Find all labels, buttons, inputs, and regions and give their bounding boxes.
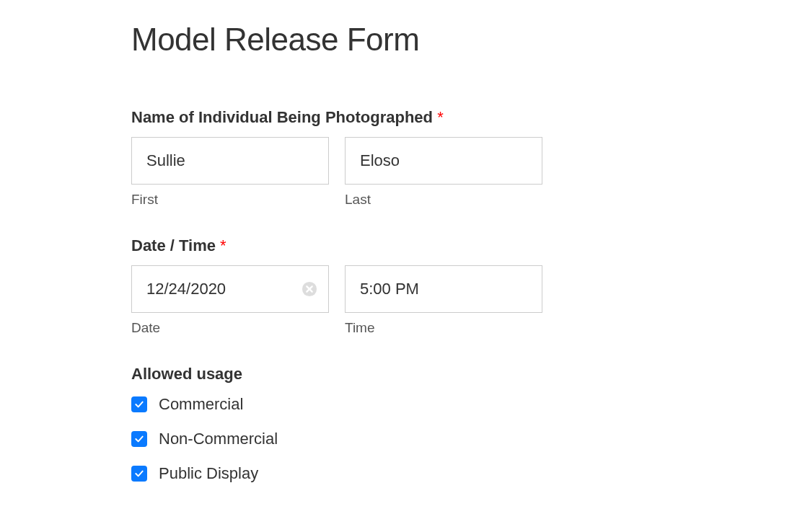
date-input[interactable] (131, 265, 329, 313)
checkbox-row-public-display: Public Display (131, 464, 805, 483)
required-asterisk: * (437, 108, 444, 126)
checkbox-non-commercial[interactable] (131, 431, 147, 447)
name-field-group: Name of Individual Being Photographed * … (131, 108, 805, 208)
datetime-field-group: Date / Time * Date Time (131, 236, 805, 336)
datetime-label-text: Date / Time (131, 236, 216, 254)
last-name-input[interactable] (345, 137, 542, 185)
usage-field-label: Allowed usage (131, 365, 805, 384)
required-asterisk: * (220, 236, 226, 254)
time-col: Time (345, 265, 542, 336)
date-sublabel: Date (131, 320, 329, 336)
clear-date-icon[interactable] (302, 281, 317, 297)
last-name-col: Last (345, 137, 542, 208)
first-name-sublabel: First (131, 192, 329, 208)
time-sublabel: Time (345, 320, 542, 336)
checkbox-commercial[interactable] (131, 396, 147, 412)
datetime-field-label: Date / Time * (131, 236, 805, 255)
first-name-input[interactable] (131, 137, 329, 185)
last-name-sublabel: Last (345, 192, 542, 208)
usage-field-group: Allowed usage Commercial Non-Commercial (131, 365, 805, 483)
time-input[interactable] (345, 265, 542, 313)
checkbox-label-public-display: Public Display (159, 464, 258, 483)
name-input-row: First Last (131, 137, 805, 208)
datetime-input-row: Date Time (131, 265, 805, 336)
name-label-text: Name of Individual Being Photographed (131, 108, 433, 126)
form-title: Model Release Form (131, 22, 805, 58)
usage-checkbox-group: Commercial Non-Commercial Public Display (131, 395, 805, 483)
first-name-col: First (131, 137, 329, 208)
checkbox-public-display[interactable] (131, 466, 147, 482)
checkbox-label-non-commercial: Non-Commercial (159, 430, 278, 448)
name-field-label: Name of Individual Being Photographed * (131, 108, 805, 127)
checkbox-label-commercial: Commercial (159, 395, 243, 414)
checkbox-row-non-commercial: Non-Commercial (131, 430, 805, 448)
date-col: Date (131, 265, 329, 336)
checkbox-row-commercial: Commercial (131, 395, 805, 414)
date-input-wrapper (131, 265, 329, 313)
